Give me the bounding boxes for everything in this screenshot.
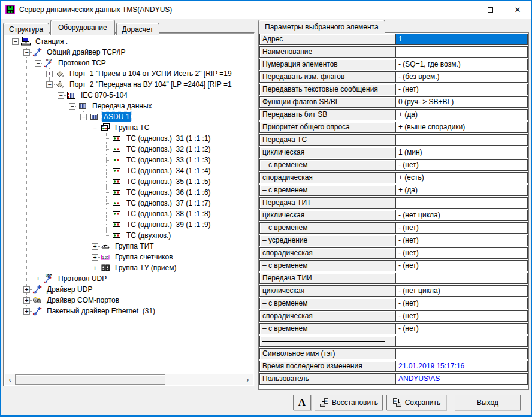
tab-structure[interactable]: Структура: [3, 23, 49, 35]
tree-item[interactable]: +Группа ТУ (прием): [10, 262, 253, 273]
title-bar[interactable]: Сервер динамических данных TMS(ANDYUS) ✕: [1, 1, 531, 19]
tree-item[interactable]: −Передача данных: [10, 101, 253, 111]
scrollbar-thumb[interactable]: [15, 374, 165, 385]
tree-item[interactable]: ТС (однопоз.) 37 (1 :1 :7): [10, 198, 253, 208]
tree-item[interactable]: +UDPПротокол UDP: [10, 273, 253, 284]
property-value[interactable]: ANDYUS\AS: [396, 373, 528, 385]
property-value[interactable]: + (да): [396, 109, 528, 120]
scrollbar-track[interactable]: [15, 374, 243, 385]
expand-plus-icon[interactable]: +: [92, 265, 98, 271]
tree-item[interactable]: −Порт 2 "Передача на ВУ 104" [LP =2404] …: [10, 79, 253, 90]
minimize-button[interactable]: [449, 1, 476, 19]
tree-item-label[interactable]: Драйвер COM-портов: [45, 295, 121, 305]
property-value[interactable]: 1 (мин): [396, 147, 528, 158]
tree-item-label[interactable]: Протокол UDP: [56, 274, 108, 283]
expand-plus-icon[interactable]: +: [23, 286, 30, 293]
tree-item[interactable]: ТС (однопоз.) 38 (1 :1 :8): [10, 208, 253, 219]
property-value[interactable]: [396, 46, 528, 58]
property-value[interactable]: [396, 348, 528, 359]
tree-item[interactable]: ТС (двухпоз.): [10, 230, 253, 241]
expand-plus-icon[interactable]: +: [92, 243, 98, 250]
tree-item-label[interactable]: Группа ТС: [113, 123, 151, 132]
collapse-minus-icon[interactable]: −: [69, 103, 75, 110]
tree-item-label[interactable]: Драйвер UDP: [45, 285, 94, 294]
tree-item-label[interactable]: IEC 870-5-104: [79, 90, 129, 100]
property-value[interactable]: - (без врем.): [396, 71, 528, 83]
expand-plus-icon[interactable]: +: [35, 276, 41, 282]
property-value[interactable]: - (нет): [396, 222, 528, 234]
maximize-button[interactable]: [476, 1, 504, 19]
restore-button[interactable]: Восстановить: [315, 395, 383, 410]
expand-plus-icon[interactable]: +: [23, 308, 30, 315]
tree-item[interactable]: +Порт 1 "Прием в 104 от УСПИ Исеть 2" [R…: [10, 68, 253, 79]
tree-item-label[interactable]: ТС (двухпоз.): [125, 231, 173, 240]
collapse-minus-icon[interactable]: −: [12, 38, 19, 45]
tree-item[interactable]: +1.23Группа счетчиков: [10, 252, 253, 262]
property-value[interactable]: - (нет): [396, 260, 528, 271]
tree-item-label[interactable]: Протокол TCP: [56, 58, 108, 68]
scroll-right-arrow-icon[interactable]: ›: [243, 374, 253, 385]
property-value[interactable]: [396, 197, 528, 208]
tree-item-label[interactable]: ТС (однопоз.) 38 (1 :1 :8): [125, 209, 213, 219]
tree-item[interactable]: −Общий драйвер TCP/IP: [10, 47, 253, 58]
tab-selected-element-params[interactable]: Параметры выбранного элемента: [258, 20, 385, 34]
tree-item-label[interactable]: Порт 1 "Прием в 104 от УСПИ Исеть 2" [RI…: [68, 69, 234, 78]
expand-plus-icon[interactable]: +: [23, 297, 30, 304]
tree-item-label[interactable]: Передача данных: [90, 101, 154, 111]
property-value[interactable]: - (нет): [396, 247, 528, 259]
property-value[interactable]: [396, 273, 528, 284]
tree-item[interactable]: +Группа ТИТ: [10, 241, 253, 252]
collapse-minus-icon[interactable]: −: [80, 114, 87, 120]
tree-item[interactable]: +Драйвер COM-портов: [10, 295, 253, 306]
collapse-minus-icon[interactable]: −: [92, 125, 98, 131]
tree-item[interactable]: −ASDU 1: [10, 111, 253, 122]
tree-item-label[interactable]: ТС (однопоз.) 32 (1 :1 :2): [125, 144, 213, 154]
save-button[interactable]: Сохранить: [386, 395, 446, 410]
expand-plus-icon[interactable]: +: [46, 71, 53, 77]
collapse-minus-icon[interactable]: −: [46, 81, 53, 88]
exit-button[interactable]: Выход: [455, 395, 521, 410]
collapse-minus-icon[interactable]: −: [35, 60, 41, 67]
tree-item-label[interactable]: Порт 2 "Передача на ВУ 104" [LP =2404] […: [68, 80, 234, 89]
tab-recalc[interactable]: Дорасчет: [116, 23, 159, 35]
property-value[interactable]: 1: [396, 34, 528, 45]
tree-item[interactable]: −IEC 870-5-104: [10, 90, 253, 101]
property-value[interactable]: [396, 134, 528, 146]
expand-plus-icon[interactable]: +: [92, 254, 98, 261]
property-value[interactable]: - (нет): [396, 159, 528, 171]
tree-item-label[interactable]: ТС (однопоз.) 35 (1 :1 :5): [125, 177, 213, 186]
tree-item-label[interactable]: Станция .: [34, 37, 69, 46]
tree-item[interactable]: −TCPПротокол TCP: [10, 58, 253, 68]
property-value[interactable]: 0 (руч- > SB+BL): [396, 96, 528, 108]
tree-item-label[interactable]: ТС (однопоз.) 39 (1 :1 :9): [125, 220, 213, 229]
tree-item[interactable]: −Станция .: [10, 36, 253, 47]
tree-item-label[interactable]: Группа ТИТ: [113, 241, 156, 251]
tree-item[interactable]: +Драйвер UDP: [10, 284, 253, 295]
tree-item[interactable]: ТС (однопоз.) 34 (1 :1 :4): [10, 165, 253, 176]
property-value[interactable]: - (нет): [396, 323, 528, 334]
tree-item-label[interactable]: Группа ТУ (прием): [113, 263, 178, 273]
tree-item-label[interactable]: Группа счетчиков: [113, 252, 175, 262]
property-value[interactable]: - (нет): [396, 235, 528, 246]
tree-item-label[interactable]: ТС (однопоз.) 36 (1 :1 :6): [125, 188, 213, 197]
tree-item-label[interactable]: ТС (однопоз.) 37 (1 :1 :7): [125, 198, 213, 208]
property-value[interactable]: - (нет): [396, 84, 528, 95]
tree-item-label[interactable]: ТС (однопоз.) 31 (1 :1 :1): [125, 134, 213, 143]
close-button[interactable]: ✕: [504, 1, 531, 19]
property-value[interactable]: + (есть): [396, 172, 528, 183]
tree-item[interactable]: ТС (однопоз.) 36 (1 :1 :6): [10, 187, 253, 198]
property-value[interactable]: 21.01.2019 15:17:16: [396, 361, 528, 372]
property-value[interactable]: - (нет): [396, 310, 528, 322]
tree-item[interactable]: ТС (однопоз.) 31 (1 :1 :1): [10, 133, 253, 144]
tree-item[interactable]: +Пакетный драйвер Ethernet (31): [10, 306, 253, 316]
property-value[interactable]: - (нет цикла): [396, 210, 528, 221]
tree-item[interactable]: ТС (однопоз.) 39 (1 :1 :9): [10, 219, 253, 230]
tree-item[interactable]: ТС (однопоз.) 35 (1 :1 :5): [10, 176, 253, 187]
font-button[interactable]: A: [293, 395, 311, 410]
tree-item-label[interactable]: ТС (однопоз.) 34 (1 :1 :4): [125, 166, 213, 176]
scroll-left-arrow-icon[interactable]: ‹: [5, 374, 15, 385]
collapse-minus-icon[interactable]: −: [58, 92, 64, 99]
tree-horizontal-scrollbar[interactable]: ‹ ›: [5, 374, 253, 385]
tree-item-label[interactable]: Пакетный драйвер Ethernet (31): [45, 306, 157, 316]
tab-equipment[interactable]: Оборудование: [50, 20, 115, 35]
